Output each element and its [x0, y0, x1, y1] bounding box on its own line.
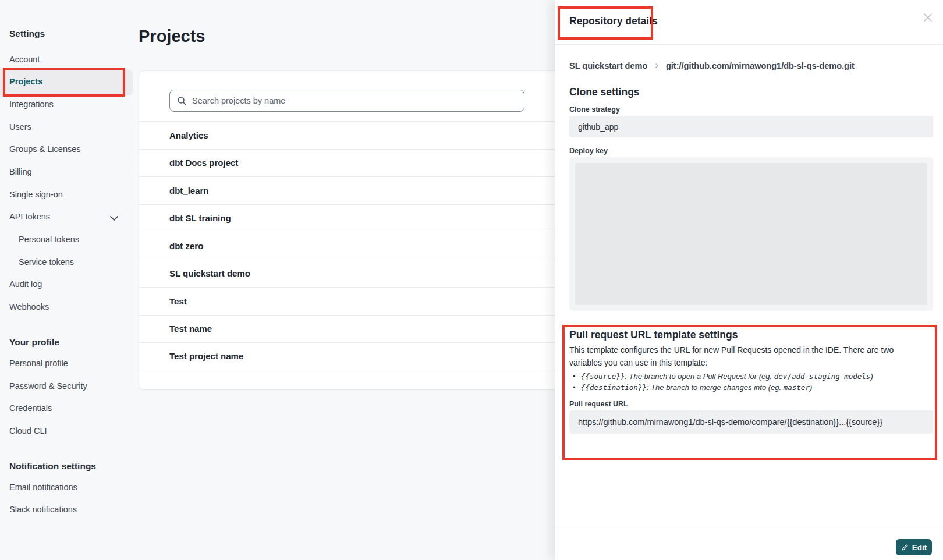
- breadcrumb: SL quickstart demo › git://github.com/mi…: [569, 60, 855, 72]
- deploy-key-field: [569, 157, 933, 311]
- project-name: SL quickstart demo: [169, 268, 250, 278]
- clone-strategy-label: Clone strategy: [569, 105, 620, 114]
- deploy-key-redacted-content: [575, 163, 927, 305]
- sidebar-item-personal-tokens[interactable]: Personal tokens: [19, 235, 79, 244]
- sidebar-item-cloud-cli[interactable]: Cloud CLI: [9, 426, 47, 435]
- clone-settings-heading: Clone settings: [569, 86, 640, 98]
- project-search-box[interactable]: [169, 90, 524, 112]
- chevron-down-icon[interactable]: [109, 213, 119, 219]
- sidebar-item-service-tokens[interactable]: Service tokens: [19, 257, 74, 267]
- sidebar-item-personal-profile[interactable]: Personal profile: [9, 359, 68, 368]
- variable-destination: {{destination}}: The branch to merge cha…: [573, 382, 928, 394]
- pull-request-description: This template configures the URL for new…: [569, 344, 921, 369]
- project-name: dbt zero: [169, 241, 203, 251]
- breadcrumb-project[interactable]: SL quickstart demo: [569, 61, 647, 70]
- pull-request-settings-heading: Pull request URL template settings: [569, 329, 738, 341]
- sidebar-item-audit-log[interactable]: Audit log: [9, 279, 42, 289]
- sidebar-item-billing[interactable]: Billing: [9, 167, 32, 176]
- project-name: dbt_learn: [169, 186, 209, 196]
- footer-divider: [555, 530, 943, 530]
- sidebar-section-notification-settings: Notification settings: [9, 461, 96, 472]
- destination-variable-suffix: ): [810, 383, 812, 392]
- edit-button[interactable]: Edit: [896, 539, 932, 555]
- sidebar-item-integrations[interactable]: Integrations: [9, 100, 54, 109]
- sidebar-item-single-sign-on[interactable]: Single sign-on: [9, 190, 63, 199]
- project-name: dbt Docs project: [169, 158, 238, 168]
- source-variable-code: {{source}}: [581, 372, 625, 381]
- deploy-key-label: Deploy key: [569, 147, 608, 155]
- sidebar-item-users[interactable]: Users: [9, 122, 31, 132]
- destination-variable-text: : The branch to merge changes into (eg.: [647, 383, 784, 392]
- header-divider: [555, 44, 943, 45]
- sidebar-item-password-security[interactable]: Password & Security: [9, 381, 87, 391]
- sidebar-item-projects[interactable]: Projects: [9, 77, 42, 86]
- settings-sidebar: Settings Account Projects Integrations U…: [0, 0, 140, 560]
- template-variables-list: {{source}}: The branch to open a Pull Re…: [573, 371, 928, 394]
- sidebar-section-your-profile: Your profile: [9, 337, 59, 348]
- project-name: Analytics: [169, 130, 208, 140]
- sidebar-item-slack-notifications[interactable]: Slack notifications: [9, 505, 77, 514]
- page-title: Projects: [139, 27, 205, 46]
- source-variable-suffix: ): [870, 372, 873, 381]
- search-icon: [177, 96, 187, 106]
- project-name: Test project name: [169, 351, 243, 361]
- sidebar-item-credentials[interactable]: Credentials: [9, 403, 52, 413]
- pull-request-url-label: Pull request URL: [569, 400, 628, 408]
- sidebar-item-account[interactable]: Account: [9, 55, 40, 64]
- sidebar-item-groups-licenses[interactable]: Groups & Licenses: [9, 144, 81, 154]
- edit-button-label: Edit: [912, 543, 927, 552]
- variable-source: {{source}}: The branch to open a Pull Re…: [573, 371, 928, 382]
- breadcrumb-repo-url: git://github.com/mirnawong1/db-sl-qs-dem…: [666, 61, 855, 70]
- clone-strategy-value: github_app: [569, 116, 933, 137]
- project-name: Test: [169, 296, 187, 306]
- destination-variable-code: {{destination}}: [581, 383, 647, 392]
- sidebar-item-email-notifications[interactable]: Email notifications: [9, 483, 77, 492]
- project-name: Test name: [169, 324, 212, 334]
- search-input[interactable]: [192, 96, 517, 105]
- destination-variable-example: master: [784, 383, 810, 392]
- source-variable-text: : The branch to open a Pull Request for …: [625, 372, 774, 381]
- close-icon[interactable]: [923, 13, 935, 24]
- sidebar-item-api-tokens[interactable]: API tokens: [9, 212, 50, 221]
- repository-details-panel: Repository details SL quickstart demo › …: [555, 0, 943, 560]
- chevron-right-icon: ›: [655, 59, 658, 71]
- pull-request-url-value: https://github.com/mirnawong1/db-sl-qs-d…: [569, 410, 933, 434]
- project-name: dbt SL training: [169, 213, 231, 223]
- sidebar-item-webhooks[interactable]: Webhooks: [9, 302, 49, 311]
- source-variable-example: dev/add-staging-models: [774, 372, 871, 381]
- pencil-icon: [901, 544, 909, 551]
- panel-title: Repository details: [569, 15, 658, 27]
- sidebar-section-settings: Settings: [9, 29, 45, 39]
